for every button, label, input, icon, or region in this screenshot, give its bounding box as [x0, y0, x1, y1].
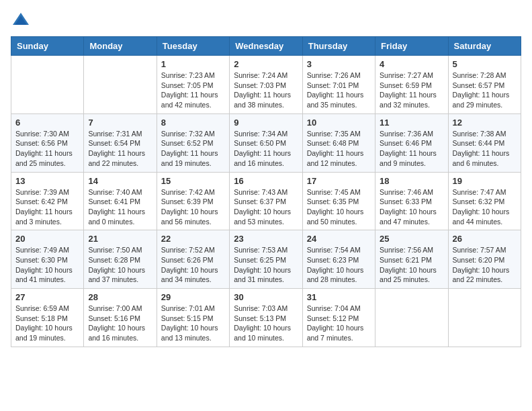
calendar-cell: 25Sunrise: 7:56 AM Sunset: 6:21 PM Dayli…	[375, 230, 448, 289]
day-content: Sunrise: 7:04 AM Sunset: 5:12 PM Dayligh…	[307, 304, 371, 343]
calendar-header-saturday: Saturday	[448, 37, 521, 56]
day-content: Sunrise: 7:31 AM Sunset: 6:54 PM Dayligh…	[88, 129, 152, 169]
day-content: Sunrise: 7:38 AM Sunset: 6:44 PM Dayligh…	[453, 129, 517, 169]
calendar-cell: 2Sunrise: 7:24 AM Sunset: 7:03 PM Daylig…	[230, 56, 302, 114]
calendar-cell: 1Sunrise: 7:23 AM Sunset: 7:05 PM Daylig…	[157, 56, 229, 114]
calendar-cell: 17Sunrise: 7:45 AM Sunset: 6:35 PM Dayli…	[302, 172, 375, 230]
day-content: Sunrise: 7:43 AM Sunset: 6:37 PM Dayligh…	[234, 187, 298, 227]
calendar-cell: 13Sunrise: 7:39 AM Sunset: 6:42 PM Dayli…	[11, 172, 84, 230]
calendar-cell: 7Sunrise: 7:31 AM Sunset: 6:54 PM Daylig…	[84, 113, 157, 172]
day-number: 21	[88, 234, 152, 244]
day-content: Sunrise: 7:39 AM Sunset: 6:42 PM Dayligh…	[15, 187, 79, 227]
day-content: Sunrise: 7:34 AM Sunset: 6:50 PM Dayligh…	[234, 129, 298, 169]
day-content: Sunrise: 7:53 AM Sunset: 6:25 PM Dayligh…	[234, 245, 298, 285]
calendar-week-3: 13Sunrise: 7:39 AM Sunset: 6:42 PM Dayli…	[11, 172, 521, 230]
day-number: 11	[380, 118, 443, 128]
day-content: Sunrise: 6:59 AM Sunset: 5:18 PM Dayligh…	[15, 304, 79, 343]
day-content: Sunrise: 7:49 AM Sunset: 6:30 PM Dayligh…	[15, 245, 79, 285]
calendar-cell: 23Sunrise: 7:53 AM Sunset: 6:25 PM Dayli…	[230, 230, 302, 289]
calendar-cell: 4Sunrise: 7:27 AM Sunset: 6:59 PM Daylig…	[375, 56, 448, 114]
day-content: Sunrise: 7:24 AM Sunset: 7:03 PM Dayligh…	[234, 71, 298, 110]
day-content: Sunrise: 7:00 AM Sunset: 5:16 PM Dayligh…	[88, 304, 152, 343]
day-number: 14	[88, 176, 152, 186]
calendar-cell: 18Sunrise: 7:46 AM Sunset: 6:33 PM Dayli…	[375, 172, 448, 230]
calendar-cell: 24Sunrise: 7:54 AM Sunset: 6:23 PM Dayli…	[302, 230, 375, 289]
calendar-header-thursday: Thursday	[302, 37, 375, 56]
calendar-header-friday: Friday	[375, 37, 448, 56]
day-number: 5	[453, 59, 517, 69]
day-number: 25	[380, 234, 443, 244]
day-number: 4	[380, 59, 443, 69]
day-number: 23	[234, 234, 298, 244]
calendar-cell	[448, 289, 521, 347]
day-number: 2	[234, 59, 298, 69]
day-number: 19	[453, 176, 517, 186]
calendar-header-sunday: Sunday	[11, 37, 84, 56]
calendar-cell	[375, 289, 448, 347]
day-number: 24	[307, 234, 371, 244]
logo-icon	[11, 11, 31, 31]
calendar-cell: 22Sunrise: 7:52 AM Sunset: 6:26 PM Dayli…	[157, 230, 229, 289]
day-content: Sunrise: 7:01 AM Sunset: 5:15 PM Dayligh…	[161, 304, 225, 343]
day-content: Sunrise: 7:57 AM Sunset: 6:20 PM Dayligh…	[453, 245, 517, 285]
calendar-table: SundayMondayTuesdayWednesdayThursdayFrid…	[11, 36, 521, 347]
calendar-cell: 26Sunrise: 7:57 AM Sunset: 6:20 PM Dayli…	[448, 230, 521, 289]
calendar-cell: 27Sunrise: 6:59 AM Sunset: 5:18 PM Dayli…	[11, 289, 84, 347]
day-content: Sunrise: 7:03 AM Sunset: 5:13 PM Dayligh…	[234, 304, 298, 343]
day-content: Sunrise: 7:46 AM Sunset: 6:33 PM Dayligh…	[380, 187, 443, 227]
day-number: 20	[15, 234, 79, 244]
calendar-cell: 3Sunrise: 7:26 AM Sunset: 7:01 PM Daylig…	[302, 56, 375, 114]
logo	[11, 11, 34, 31]
day-number: 1	[161, 59, 225, 69]
day-content: Sunrise: 7:50 AM Sunset: 6:28 PM Dayligh…	[88, 245, 152, 285]
day-content: Sunrise: 7:40 AM Sunset: 6:41 PM Dayligh…	[88, 187, 152, 227]
day-number: 26	[453, 234, 517, 244]
page-header	[11, 11, 521, 31]
calendar-header-monday: Monday	[84, 37, 157, 56]
calendar-cell: 28Sunrise: 7:00 AM Sunset: 5:16 PM Dayli…	[84, 289, 157, 347]
calendar-cell: 9Sunrise: 7:34 AM Sunset: 6:50 PM Daylig…	[230, 113, 302, 172]
calendar-cell: 6Sunrise: 7:30 AM Sunset: 6:56 PM Daylig…	[11, 113, 84, 172]
day-number: 28	[88, 292, 152, 302]
day-number: 16	[234, 176, 298, 186]
calendar-header-tuesday: Tuesday	[157, 37, 229, 56]
day-content: Sunrise: 7:30 AM Sunset: 6:56 PM Dayligh…	[15, 129, 79, 169]
calendar-cell: 8Sunrise: 7:32 AM Sunset: 6:52 PM Daylig…	[157, 113, 229, 172]
calendar-cell: 14Sunrise: 7:40 AM Sunset: 6:41 PM Dayli…	[84, 172, 157, 230]
day-number: 31	[307, 292, 371, 302]
day-number: 29	[161, 292, 225, 302]
calendar-cell: 15Sunrise: 7:42 AM Sunset: 6:39 PM Dayli…	[157, 172, 229, 230]
calendar-cell: 19Sunrise: 7:47 AM Sunset: 6:32 PM Dayli…	[448, 172, 521, 230]
day-number: 13	[15, 176, 79, 186]
calendar-cell: 10Sunrise: 7:35 AM Sunset: 6:48 PM Dayli…	[302, 113, 375, 172]
calendar-cell: 29Sunrise: 7:01 AM Sunset: 5:15 PM Dayli…	[157, 289, 229, 347]
day-number: 18	[380, 176, 443, 186]
calendar-cell: 21Sunrise: 7:50 AM Sunset: 6:28 PM Dayli…	[84, 230, 157, 289]
day-number: 10	[307, 118, 371, 128]
day-content: Sunrise: 7:36 AM Sunset: 6:46 PM Dayligh…	[380, 129, 443, 169]
day-content: Sunrise: 7:56 AM Sunset: 6:21 PM Dayligh…	[380, 245, 443, 285]
day-number: 17	[307, 176, 371, 186]
day-content: Sunrise: 7:45 AM Sunset: 6:35 PM Dayligh…	[307, 187, 371, 227]
day-number: 12	[453, 118, 517, 128]
calendar-cell: 30Sunrise: 7:03 AM Sunset: 5:13 PM Dayli…	[230, 289, 302, 347]
day-number: 6	[15, 118, 79, 128]
calendar-cell: 5Sunrise: 7:28 AM Sunset: 6:57 PM Daylig…	[448, 56, 521, 114]
calendar-header-row: SundayMondayTuesdayWednesdayThursdayFrid…	[11, 37, 521, 56]
calendar-header-wednesday: Wednesday	[230, 37, 302, 56]
day-number: 3	[307, 59, 371, 69]
day-number: 15	[161, 176, 225, 186]
calendar-cell: 11Sunrise: 7:36 AM Sunset: 6:46 PM Dayli…	[375, 113, 448, 172]
calendar-week-5: 27Sunrise: 6:59 AM Sunset: 5:18 PM Dayli…	[11, 289, 521, 347]
day-content: Sunrise: 7:26 AM Sunset: 7:01 PM Dayligh…	[307, 71, 371, 110]
calendar-cell: 31Sunrise: 7:04 AM Sunset: 5:12 PM Dayli…	[302, 289, 375, 347]
calendar-cell	[11, 56, 84, 114]
day-content: Sunrise: 7:27 AM Sunset: 6:59 PM Dayligh…	[380, 71, 443, 110]
day-content: Sunrise: 7:32 AM Sunset: 6:52 PM Dayligh…	[161, 129, 225, 169]
calendar-week-4: 20Sunrise: 7:49 AM Sunset: 6:30 PM Dayli…	[11, 230, 521, 289]
day-content: Sunrise: 7:52 AM Sunset: 6:26 PM Dayligh…	[161, 245, 225, 285]
calendar-week-1: 1Sunrise: 7:23 AM Sunset: 7:05 PM Daylig…	[11, 56, 521, 114]
day-content: Sunrise: 7:54 AM Sunset: 6:23 PM Dayligh…	[307, 245, 371, 285]
calendar-cell: 16Sunrise: 7:43 AM Sunset: 6:37 PM Dayli…	[230, 172, 302, 230]
calendar-cell	[84, 56, 157, 114]
